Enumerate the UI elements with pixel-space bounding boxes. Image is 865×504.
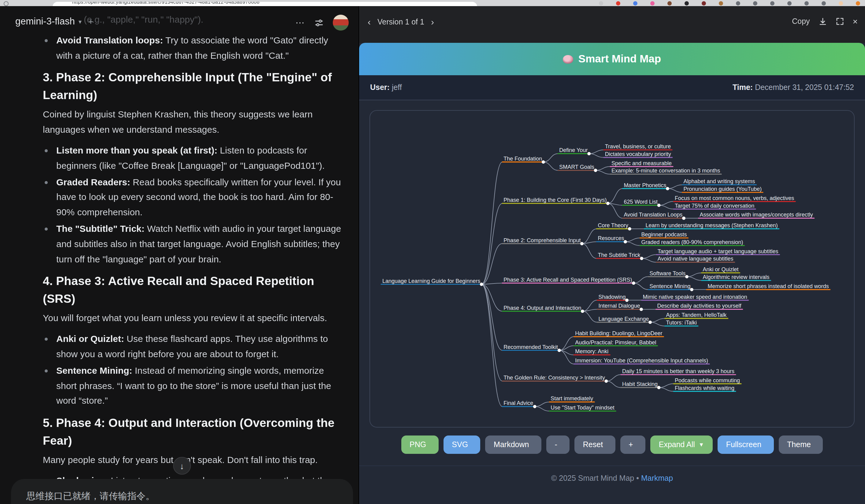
copy-button[interactable]: Copy — [792, 17, 810, 26]
model-name[interactable]: gemini-3-flash — [15, 16, 75, 27]
mindmap-node[interactable]: Target language audio + target language … — [658, 248, 778, 255]
mindmap-node[interactable]: Use "Start Today" mindset — [551, 405, 614, 411]
mindmap-node[interactable]: Travel, business, or culture — [605, 143, 671, 150]
mindmap-node[interactable]: Tutors: iTalki — [666, 319, 697, 326]
mindmap-node[interactable]: Podcasts while commuting — [675, 377, 740, 384]
mindmap-node[interactable]: Recommended Toolkit — [504, 344, 558, 350]
mindmap-node[interactable]: Sentence Mining — [649, 283, 690, 289]
mindmap-node[interactable]: Habit Stacking — [622, 381, 658, 387]
extension-icon[interactable] — [805, 1, 809, 5]
mindmap-node[interactable]: Memorize short phrases instead of isolat… — [708, 283, 829, 289]
previous-version-button[interactable]: ‹ — [367, 16, 372, 27]
mindmap-node[interactable]: Learn by understanding messages (Stephen… — [645, 222, 777, 228]
toolbar-button[interactable]: + — [620, 435, 645, 454]
mindmap-node[interactable]: Pronunciation guides (YouTube) — [683, 186, 762, 192]
mindmap-node[interactable]: Language Exchange — [598, 316, 649, 322]
mindmap-node[interactable]: Core Theory — [598, 222, 628, 228]
extension-icon[interactable] — [719, 1, 723, 5]
mindmap-node[interactable]: Algorithmic review intervals — [703, 274, 770, 280]
mindmap-node[interactable]: SMART Goals — [559, 164, 594, 170]
bullet-icon — [45, 181, 48, 184]
extension-icon[interactable] — [599, 1, 603, 5]
mindmap-node[interactable]: Describe daily activities to yourself — [657, 303, 741, 309]
extension-icon[interactable] — [821, 1, 826, 5]
toolbar-button[interactable]: SVG — [443, 435, 480, 454]
mindmap-node[interactable]: Specific and measurable — [611, 160, 672, 166]
mindmap-node[interactable]: Avoid Translation Loops — [624, 212, 682, 218]
mindmap-node[interactable]: Dictates vocabulary priority — [605, 151, 671, 157]
mindmap-node[interactable]: Habit Building: Duolingo, LingoDeer — [575, 330, 662, 337]
scroll-to-bottom-button[interactable]: ↓ — [173, 457, 191, 474]
mindmap-node[interactable]: Example: 5-minute conversation in 3 mont… — [611, 167, 720, 174]
new-chat-icon[interactable]: + — [89, 16, 93, 26]
mindmap-node[interactable]: Daily 15 minutes is better than weekly 3… — [622, 368, 735, 374]
mindmap-node[interactable]: The Subtitle Trick — [598, 252, 641, 258]
more-options-icon[interactable]: ⋯ — [296, 17, 305, 28]
extension-icon[interactable] — [770, 1, 774, 5]
mindmap-node[interactable]: 625 Word List — [624, 199, 658, 205]
toolbar-button[interactable]: Reset — [574, 435, 615, 454]
mindmap-node[interactable]: Mimic native speaker speed and intonatio… — [643, 294, 747, 300]
close-icon[interactable]: × — [853, 16, 858, 26]
mindmap-node[interactable]: Target 75% of daily conversation — [675, 203, 754, 209]
mindmap-node[interactable]: Memory: Anki — [575, 348, 608, 354]
extension-icon[interactable] — [736, 1, 740, 5]
extension-icon[interactable] — [787, 1, 792, 5]
url-text[interactable]: https://open-webui.yangtzeudata.site/c/9… — [72, 2, 260, 5]
toolbar-button[interactable]: PNG — [401, 435, 438, 454]
mindmap-node[interactable]: Phase 1: Building the Core (First 30 Day… — [504, 197, 607, 203]
mindmap-node[interactable]: The Golden Rule: Consistency > Intensity — [504, 375, 605, 381]
mindmap-node[interactable]: Start immediately — [551, 396, 593, 401]
mindmap-node[interactable]: Software Tools — [649, 270, 685, 277]
extension-icon[interactable] — [633, 1, 637, 5]
fullscreen-icon[interactable] — [835, 17, 844, 26]
extension-icon[interactable] — [616, 1, 620, 5]
mindmap-node[interactable]: Phase 2: Comprehensible Input — [504, 237, 580, 244]
extension-icon[interactable] — [839, 1, 843, 5]
model-selector[interactable]: gemini-3-flash ▾ + — [15, 16, 93, 27]
mindmap-node[interactable]: Define Your — [559, 147, 588, 153]
extension-icon[interactable] — [753, 1, 757, 5]
mindmap-node[interactable]: Beginner podcasts — [641, 232, 687, 238]
mindmap-node[interactable]: Master Phonetics — [624, 182, 666, 188]
mindmap-node[interactable]: Flashcards while waiting — [675, 385, 735, 391]
mindmap-node[interactable]: Graded readers (80-90% comprehension) — [641, 239, 743, 245]
mindmap-node[interactable]: Phase 3: Active Recall and Spaced Repeti… — [504, 277, 632, 283]
extension-icon[interactable] — [684, 1, 689, 5]
mindmap-node[interactable]: Resources — [598, 235, 624, 241]
next-version-button[interactable]: › — [430, 16, 435, 27]
browser-apps-grid-icon[interactable] — [27, 1, 32, 6]
browser-profile-icon[interactable] — [4, 1, 9, 6]
mindmap-node[interactable]: The Foundation — [504, 156, 542, 162]
mindmap-node[interactable]: Anki or Quizlet — [703, 266, 739, 272]
user-avatar[interactable] — [333, 15, 349, 31]
extension-icon[interactable] — [702, 1, 706, 5]
mindmap-node[interactable]: Associate words with images/concepts dir… — [700, 212, 813, 218]
toolbar-button[interactable]: Markdown — [485, 435, 541, 454]
toolbar-button[interactable]: Expand All▼ — [650, 435, 713, 454]
mindmap-canvas[interactable]: Language Learning Guide for BeginnersThe… — [370, 111, 855, 427]
mindmap-node[interactable]: Internal Dialogue — [598, 303, 640, 309]
toolbar-button[interactable]: Theme — [778, 435, 823, 454]
extension-icon[interactable] — [856, 1, 860, 5]
mindmap-node[interactable]: Audio/Practical: Pimsleur, Babbel — [575, 339, 656, 345]
toolbar-button[interactable]: Fullscreen — [717, 435, 774, 454]
mindmap-node[interactable]: Shadowing — [598, 294, 625, 300]
markmap-link[interactable]: Markmap — [641, 474, 673, 483]
tune-sliders-icon[interactable] — [314, 18, 324, 27]
mindmap-node[interactable]: Avoid native language subtitles — [658, 256, 734, 262]
mindmap-node[interactable]: Alphabet and writing systems — [683, 178, 755, 185]
chat-input[interactable]: 思维接口已就绪，请传输指令。 — [11, 479, 353, 504]
mindmap-node[interactable]: Focus on most common nouns, verbs, adjec… — [675, 195, 794, 201]
download-icon[interactable] — [819, 17, 827, 26]
toolbar-button[interactable]: - — [546, 435, 569, 454]
mindmap-node[interactable]: Immersion: YouTube (Comprehensible Input… — [575, 358, 708, 364]
mindmap-node[interactable]: Phase 4: Output and Interaction — [504, 305, 581, 311]
browser-address-bar[interactable]: https://open-webui.yangtzeudata.site/c/9… — [53, 2, 477, 6]
extension-icon[interactable] — [667, 1, 672, 5]
mindmap-node[interactable]: Apps: Tandem, HelloTalk — [666, 312, 727, 318]
mindmap-node[interactable]: Final Advice — [504, 400, 533, 406]
extension-icon[interactable] — [650, 1, 655, 5]
chevron-down-icon[interactable]: ▾ — [79, 18, 82, 25]
mindmap-node[interactable]: Language Learning Guide for Beginners — [382, 278, 480, 284]
